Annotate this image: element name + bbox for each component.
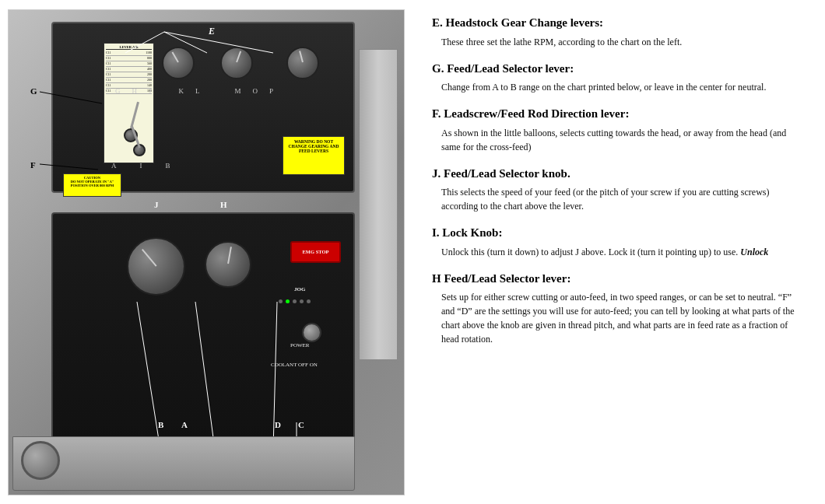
- dot-3: [293, 299, 297, 303]
- section-F: F. Leadscrew/Feed Rod Direction lever: A…: [432, 107, 806, 154]
- power-label: POWER: [290, 342, 310, 348]
- section-I: I. Lock Knob: Unlock this (turn it down)…: [432, 226, 806, 259]
- d-label-bottom: D: [275, 420, 281, 429]
- e-label: E: [209, 26, 215, 37]
- section-I-title: I. Lock Knob:: [432, 226, 806, 241]
- top-panel-labels: G H J K L M O P: [115, 87, 273, 95]
- section-J: J. Feed/Lead Selector knob. This selects…: [432, 166, 806, 214]
- section-J-title: J. Feed/Lead Selector knob.: [432, 166, 806, 182]
- label-h-top: H: [132, 87, 138, 95]
- b-label-bottom: B: [158, 420, 163, 429]
- jog-label: JOG: [294, 286, 305, 292]
- label-j-top: J: [149, 87, 152, 95]
- section-E-body: These three set the lathe RPM, according…: [432, 35, 806, 49]
- section-H-body: Sets up for either screw cutting or auto…: [432, 290, 806, 346]
- knob-g-area[interactable]: [162, 47, 195, 79]
- coolant-label: COOLANT OFF ON: [271, 362, 318, 368]
- small-round-button[interactable]: [302, 323, 321, 342]
- lathe-background: LEVER A/B C111100 C11800 C11560 C11400 C…: [9, 10, 404, 495]
- lathe-image: LEVER A/B C111100 C11800 C11560 C11400 C…: [8, 9, 405, 495]
- c-label-bottom: C: [298, 420, 304, 429]
- label-l-top: L: [195, 87, 200, 95]
- label-m-top: M: [235, 87, 241, 95]
- lathe-body-right: [359, 49, 398, 360]
- emg-stop-button[interactable]: EMG STOP: [290, 241, 341, 263]
- unlock-keyword: Unlock: [740, 247, 768, 257]
- label-p-top: P: [269, 87, 273, 95]
- section-F-body: As shown in the little balloons, selects…: [432, 126, 806, 154]
- caution-label: CAUTIONDO NOT OPERATE IN "A"POSITION OVE…: [63, 173, 121, 197]
- section-F-title: F. Leadscrew/Feed Rod Direction lever:: [432, 107, 806, 122]
- section-H-title: H Feed/Lead Selector lever:: [432, 271, 806, 287]
- section-H: H Feed/Lead Selector lever: Sets up for …: [432, 271, 806, 347]
- bottom-control-panel: J H EMG STOP JOG: [51, 212, 355, 446]
- descriptions-panel: E. Headstock Gear Change levers: These t…: [412, 0, 825, 504]
- dot-2: [286, 299, 290, 303]
- section-J-body: This selects the speed of your feed (or …: [432, 185, 806, 213]
- label-b: B: [166, 162, 170, 170]
- handwheel[interactable]: [21, 441, 60, 480]
- lathe-image-panel: LEVER A/B C111100 C11800 C11560 C11400 C…: [0, 0, 412, 504]
- indicator-lights: [279, 299, 311, 303]
- section-G: G. Feed/Lead Selector lever: Change from…: [432, 61, 806, 95]
- g-label-external: G: [30, 86, 37, 96]
- section-I-body: Unlock this (turn it down) to adjust J a…: [432, 245, 806, 259]
- dot-5: [307, 299, 311, 303]
- f-label-external: F: [30, 160, 36, 170]
- h-selector-lever[interactable]: [205, 241, 251, 288]
- bottom-labels-top-panel: A I B: [111, 162, 170, 170]
- warning-label: WARNING DO NOT CHANGE GEARING AND FEED L…: [283, 136, 345, 175]
- lathe-bed: [12, 436, 355, 491]
- h-label-indicator: H: [220, 200, 227, 209]
- knob-m-area[interactable]: [286, 47, 319, 79]
- f-lever-area[interactable]: [139, 124, 146, 156]
- j-label-indicator: J: [154, 200, 159, 209]
- section-G-title: G. Feed/Lead Selector lever:: [432, 61, 806, 77]
- j-selector-knob[interactable]: [127, 237, 185, 296]
- a-label-bottom: A: [181, 420, 188, 429]
- label-k-top: K: [179, 87, 184, 95]
- label-g-top: G: [115, 87, 121, 95]
- knob-k-area[interactable]: [220, 47, 253, 79]
- headstock-panel: LEVER A/B C111100 C11800 C11560 C11400 C…: [51, 22, 355, 193]
- section-E: E. Headstock Gear Change levers: These t…: [432, 16, 806, 49]
- label-i: I: [140, 162, 142, 170]
- section-E-title: E. Headstock Gear Change levers:: [432, 16, 806, 31]
- label-o-top: O: [253, 87, 258, 95]
- label-a: A: [111, 162, 117, 170]
- dot-1: [279, 299, 283, 303]
- dot-4: [300, 299, 304, 303]
- section-G-body: Change from A to B range on the chart pr…: [432, 80, 806, 94]
